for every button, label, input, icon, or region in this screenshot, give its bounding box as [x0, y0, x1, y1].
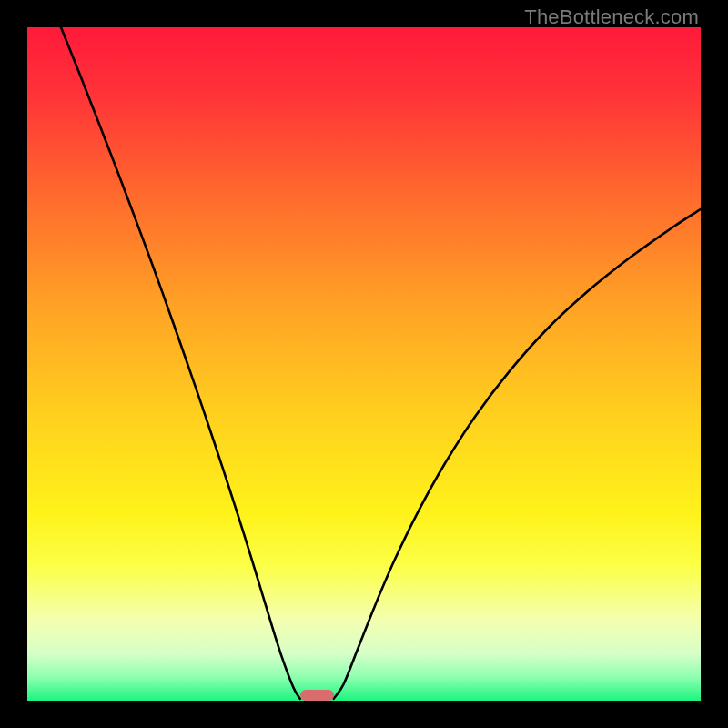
bottleneck-curve — [27, 27, 701, 701]
chart-frame: TheBottleneck.com — [0, 0, 728, 728]
plot-area — [27, 27, 701, 701]
optimal-range-marker — [300, 690, 334, 701]
watermark-text: TheBottleneck.com — [524, 5, 699, 29]
